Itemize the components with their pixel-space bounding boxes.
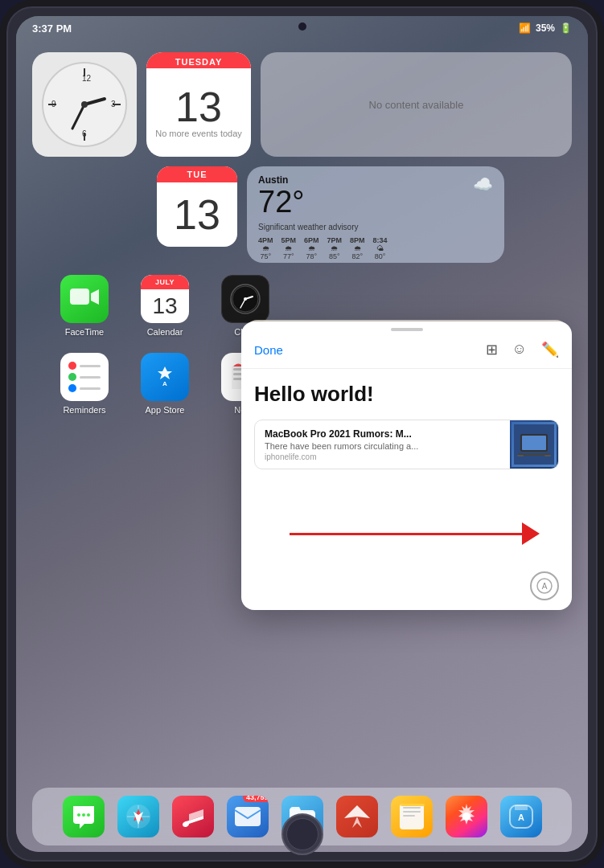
facetime-icon-svg: [68, 287, 101, 311]
notes-link-thumb-inner: [512, 422, 557, 467]
forecast-5-time: 8PM: [350, 236, 365, 244]
calendar-header: TUESDAY: [146, 52, 251, 68]
forecast-6-time: 8:34: [373, 236, 388, 244]
calendar-widget[interactable]: TUESDAY 13 No more events today: [146, 52, 251, 157]
direct-icon-svg: [343, 802, 372, 831]
svg-text:12: 12: [82, 74, 92, 83]
svg-rect-12: [70, 289, 89, 305]
notes-link-title: MacBook Pro 2021 Rumors: M...: [265, 428, 500, 440]
appstore-label: App Store: [146, 405, 185, 415]
svg-rect-47: [403, 815, 415, 817]
messages-icon-svg: [70, 803, 97, 830]
forecast-2-temp: 77°: [281, 252, 297, 260]
notes-bottom-icon[interactable]: A: [530, 571, 559, 600]
forecast-5-icon: 🌧: [350, 244, 365, 252]
svg-point-35: [87, 813, 90, 817]
status-right: 📶 35% 🔋: [519, 23, 572, 34]
mail-dock-icon[interactable]: 43,759: [227, 796, 269, 837]
svg-point-33: [77, 813, 80, 817]
photos-dock-icon[interactable]: [446, 796, 487, 837]
reminders-label: Reminders: [63, 405, 105, 415]
weather-forecast: 4PM 🌧 75° 5PM 🌧 77° 6PM 🌧 78°: [258, 236, 493, 260]
svg-rect-48: [401, 804, 425, 806]
no-content-widget[interactable]: No content available: [261, 52, 572, 157]
reminders-icon: [60, 353, 109, 401]
battery-text: 35%: [536, 23, 555, 34]
svg-rect-41: [235, 807, 261, 826]
appstore-icon: A: [141, 353, 189, 401]
notes-dock-icon-svg: [398, 802, 425, 831]
direct-dock-icon[interactable]: [336, 796, 378, 837]
appstore-icon-svg: A: [151, 363, 179, 391]
svg-rect-45: [403, 807, 421, 809]
ipad-screen: 3:37 PM 📶 35% 🔋: [16, 16, 588, 852]
ipad-frame: 3:37 PM 📶 35% 🔋: [0, 0, 604, 868]
cal-widget-num: 13: [157, 182, 237, 247]
svg-point-34: [82, 813, 85, 817]
photos-icon-svg: [452, 802, 481, 831]
facetime-app[interactable]: FaceTime: [56, 275, 113, 337]
camera: [298, 23, 306, 31]
weather-location: Austin: [258, 174, 304, 186]
calendar-app-label: Calendar: [147, 327, 183, 337]
notes-bottom-icon-svg: A: [536, 577, 553, 595]
svg-point-11: [81, 101, 88, 108]
arrow-head: [522, 522, 540, 545]
svg-marker-42: [344, 805, 370, 818]
notes-bottom-area: A: [530, 571, 559, 600]
notes-dock-icon[interactable]: [391, 796, 433, 837]
home-button[interactable]: [281, 813, 323, 855]
forecast-6-icon: 🌤: [373, 244, 388, 252]
appstore-app[interactable]: A App Store: [137, 353, 193, 415]
notes-done-button[interactable]: Done: [254, 343, 283, 357]
music-dock-icon[interactable]: [172, 796, 214, 837]
notes-link-thumbnail: [510, 420, 558, 469]
appclips-icon-svg: A: [507, 802, 536, 831]
reminders-app[interactable]: Reminders: [56, 353, 113, 415]
emoji-icon[interactable]: ☺: [512, 341, 527, 358]
notes-title: Hello world!: [254, 382, 559, 407]
weather-advisory: Significant weather advisory: [258, 223, 493, 231]
forecast-4-icon: 🌧: [327, 244, 343, 252]
clock-face-svg: 12 3 6 9: [40, 60, 129, 149]
weather-cloud-icon: ☁️: [473, 174, 493, 194]
calendar-app[interactable]: JULY 13 Calendar: [137, 275, 193, 337]
svg-text:3: 3: [111, 100, 116, 108]
red-arrow: [290, 522, 540, 545]
notes-content: Hello world! MacBook Pro 2021 Rumors: M.…: [241, 369, 572, 610]
notes-toolbar: Done ⊞ ☺ ✏️: [241, 331, 572, 369]
battery-icon: 🔋: [560, 23, 572, 34]
calendar-no-events: No more events today: [147, 128, 250, 139]
calendar-day-num: 13: [175, 86, 222, 128]
svg-rect-51: [515, 805, 528, 810]
forecast-2-time: 5PM: [281, 236, 297, 244]
forecast-5: 8PM 🌧 82°: [350, 236, 365, 260]
clock-icon: [221, 275, 269, 323]
calendar-app-widget[interactable]: TUE 13: [157, 166, 237, 247]
notes-link-card[interactable]: MacBook Pro 2021 Rumors: M... There have…: [254, 420, 559, 469]
svg-rect-30: [544, 455, 551, 457]
mail-icon-svg: [233, 805, 262, 828]
cal-widget-day: TUE: [157, 166, 237, 182]
svg-text:6: 6: [82, 129, 87, 138]
calendar-icon: JULY 13: [141, 275, 189, 323]
grid-icon[interactable]: ⊞: [486, 341, 498, 358]
forecast-4: 7PM 🌧 85°: [327, 236, 343, 260]
messages-dock-icon[interactable]: [63, 796, 105, 837]
svg-marker-13: [91, 289, 99, 305]
safari-dock-icon[interactable]: [117, 796, 159, 837]
svg-text:9: 9: [51, 100, 56, 108]
wifi-icon: 📶: [519, 23, 531, 34]
status-time: 3:37 PM: [32, 23, 72, 35]
forecast-6: 8:34 🌤 80°: [373, 236, 388, 260]
no-content-text: No content available: [369, 99, 464, 111]
facetime-label: FaceTime: [65, 327, 105, 337]
notes-popup[interactable]: Done ⊞ ☺ ✏️ Hello world! MacBook Pro 202…: [241, 321, 572, 610]
forecast-5-temp: 82°: [350, 252, 365, 260]
safari-icon-svg: [124, 802, 153, 831]
clock-widget[interactable]: 12 3 6 9: [32, 52, 137, 157]
edit-icon[interactable]: ✏️: [541, 341, 559, 358]
weather-widget[interactable]: Austin 72° ☁️ Significant weather adviso…: [247, 166, 504, 263]
appclips-dock-icon[interactable]: A: [500, 796, 542, 837]
svg-marker-43: [352, 817, 362, 828]
